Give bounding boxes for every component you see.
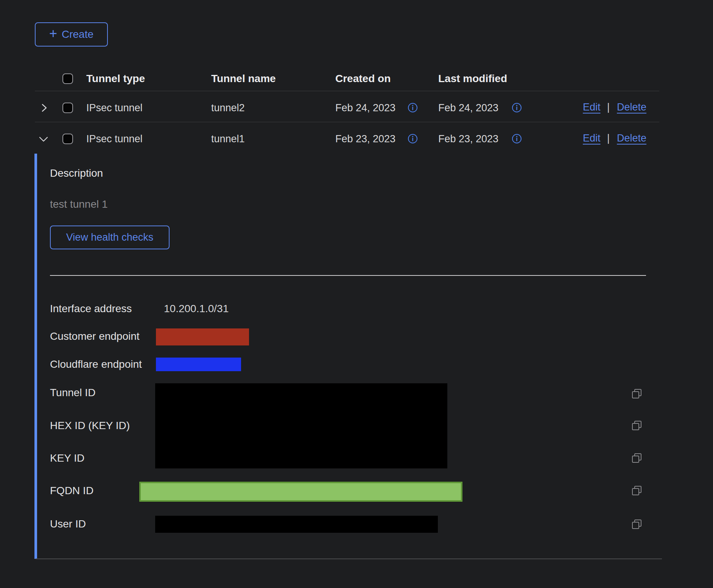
expanded-row-bottom-border bbox=[36, 558, 662, 559]
edit-link[interactable]: Edit bbox=[583, 132, 601, 144]
cell-tunnel-name: tunnel1 bbox=[211, 133, 245, 145]
cell-last-modified: Feb 23, 2023 bbox=[438, 133, 498, 145]
description-label: Description bbox=[50, 167, 103, 179]
header-tunnel-type: Tunnel type bbox=[86, 73, 145, 85]
header-created-on: Created on bbox=[335, 73, 391, 85]
cell-tunnel-type: IPsec tunnel bbox=[86, 133, 143, 145]
edit-link[interactable]: Edit bbox=[583, 101, 601, 113]
key-id-label: KEY ID bbox=[50, 452, 84, 464]
cell-created-on: Feb 24, 2023 bbox=[335, 102, 395, 114]
hex-id-label: HEX ID (KEY ID) bbox=[50, 420, 130, 432]
cloudflare-endpoint-label: Cloudflare endpoint bbox=[50, 358, 142, 370]
plus-icon: + bbox=[49, 27, 57, 40]
link-separator: | bbox=[607, 132, 610, 144]
description-value: test tunnel 1 bbox=[50, 198, 108, 210]
info-icon[interactable] bbox=[408, 134, 418, 144]
cloudflare-endpoint-redacted-value bbox=[156, 358, 241, 371]
info-icon[interactable] bbox=[408, 103, 418, 113]
select-all-checkbox[interactable] bbox=[62, 73, 73, 84]
ids-redacted-value bbox=[155, 383, 447, 468]
copy-icon[interactable] bbox=[631, 453, 643, 464]
row-checkbox[interactable] bbox=[62, 103, 73, 113]
user-id-label: User ID bbox=[50, 518, 86, 530]
row-checkbox[interactable] bbox=[62, 134, 73, 144]
header-last-modified: Last modified bbox=[438, 73, 507, 85]
link-separator: | bbox=[607, 101, 610, 113]
copy-icon[interactable] bbox=[631, 519, 643, 530]
chevron-right-icon[interactable] bbox=[39, 103, 49, 113]
create-button[interactable]: + Create bbox=[35, 22, 108, 47]
header-divider bbox=[35, 91, 659, 91]
tunnel-id-label: Tunnel ID bbox=[50, 387, 95, 399]
cell-last-modified: Feb 24, 2023 bbox=[438, 102, 498, 114]
user-id-redacted-value bbox=[155, 516, 438, 533]
cell-tunnel-name: tunnel2 bbox=[211, 102, 245, 114]
interface-address-label: Interface address bbox=[50, 303, 132, 315]
fqdn-id-label: FQDN ID bbox=[50, 485, 93, 497]
delete-link[interactable]: Delete bbox=[617, 132, 646, 144]
row-divider bbox=[35, 122, 659, 122]
cell-created-on: Feb 23, 2023 bbox=[335, 133, 395, 145]
header-tunnel-name: Tunnel name bbox=[211, 73, 276, 85]
delete-link[interactable]: Delete bbox=[617, 101, 646, 113]
chevron-down-icon[interactable] bbox=[38, 135, 49, 144]
customer-endpoint-redacted-value bbox=[156, 328, 249, 345]
copy-icon[interactable] bbox=[631, 388, 643, 400]
info-icon[interactable] bbox=[512, 103, 522, 113]
create-button-label: Create bbox=[62, 28, 93, 40]
interface-address-value: 10.200.1.0/31 bbox=[164, 303, 229, 315]
cell-tunnel-type: IPsec tunnel bbox=[86, 102, 143, 114]
copy-icon[interactable] bbox=[631, 485, 643, 496]
info-icon[interactable] bbox=[512, 134, 522, 144]
copy-icon[interactable] bbox=[631, 420, 643, 431]
page: { "create_button": { "plus": "+", "label… bbox=[0, 0, 713, 588]
panel-divider bbox=[50, 275, 646, 276]
expanded-row-indicator-bar bbox=[34, 154, 37, 559]
view-health-checks-button[interactable]: View health checks bbox=[50, 226, 170, 249]
customer-endpoint-label: Customer endpoint bbox=[50, 330, 140, 342]
fqdn-id-redacted-value bbox=[139, 482, 462, 502]
